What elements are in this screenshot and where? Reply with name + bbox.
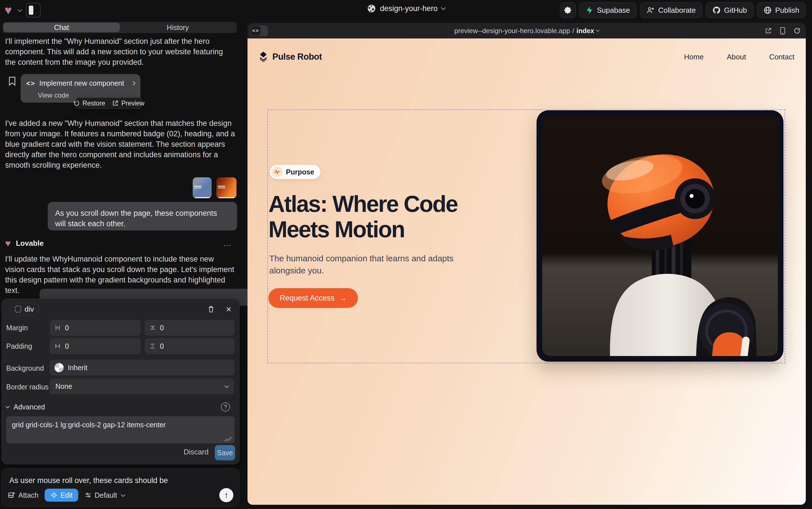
preview-label: Preview <box>121 100 144 107</box>
logo-chevron-icon[interactable] <box>17 7 22 12</box>
preview-button[interactable]: Preview <box>112 100 144 107</box>
publish-globe-icon <box>764 6 772 14</box>
restore-label: Restore <box>82 100 105 107</box>
preview-url[interactable]: preview--design-your-hero.lovable.app / … <box>454 23 599 38</box>
purpose-label: Purpose <box>286 168 314 176</box>
close-icon[interactable]: × <box>226 304 231 315</box>
margin-y-field[interactable] <box>145 320 234 336</box>
chevron-right-icon <box>131 81 136 86</box>
target-icon <box>50 491 58 499</box>
component-card-title: Implement new component <box>39 79 124 88</box>
send-button[interactable]: ↑ <box>219 488 233 502</box>
attachment-thumbnail-blue[interactable] <box>193 177 212 198</box>
border-radius-select[interactable]: None <box>50 378 234 394</box>
save-button[interactable]: Save <box>215 445 235 461</box>
attachment-thumbnail-orange[interactable] <box>216 177 236 198</box>
supabase-button[interactable]: Supabase <box>579 2 636 18</box>
code-icon: <> <box>26 79 35 88</box>
margin-x-field[interactable] <box>50 320 141 336</box>
arrow-right-icon: → <box>339 294 347 303</box>
project-dropdown[interactable]: design-your-hero <box>367 4 445 13</box>
restore-button[interactable]: Restore <box>73 100 105 107</box>
assistant-name: Lovable <box>16 239 43 248</box>
assistant-header: ♥ Lovable … <box>5 238 237 249</box>
cta-label: Request Access <box>280 294 334 303</box>
transparency-swatch-icon <box>54 363 64 372</box>
discard-button[interactable]: Discard <box>184 448 209 456</box>
tab-history[interactable]: History <box>120 23 236 32</box>
mode-dropdown[interactable]: Default <box>84 491 124 499</box>
message-menu-button[interactable]: … <box>223 238 232 248</box>
request-access-button[interactable]: Request Access → <box>268 288 358 308</box>
arrow-up-icon: ↑ <box>224 490 229 500</box>
padding-y-icon <box>149 343 156 349</box>
preview-chrome: <> preview--design-your-hero.lovable.app… <box>248 23 806 38</box>
bookmark-icon[interactable] <box>8 76 16 86</box>
code-view-toggle[interactable]: <> <box>250 26 268 36</box>
mode-label: Default <box>95 491 117 499</box>
sidebar-toggle-button[interactable] <box>26 3 41 18</box>
margin-x-input[interactable] <box>65 324 93 332</box>
publish-button[interactable]: Publish <box>757 2 806 18</box>
help-icon[interactable]: ? <box>221 402 230 411</box>
padding-x-input[interactable] <box>65 342 93 350</box>
external-link-icon <box>112 100 119 107</box>
padding-y-input[interactable] <box>160 342 188 350</box>
edit-mode-button[interactable]: Edit <box>45 489 78 502</box>
chat-composer[interactable]: As user mouse roll over, these cards sho… <box>2 468 239 507</box>
hero-image-card <box>537 110 783 362</box>
robot-image <box>542 116 778 356</box>
nav-home[interactable]: Home <box>684 53 703 61</box>
margin-x-icon <box>54 324 61 331</box>
preview-controls <box>765 23 801 38</box>
lovable-logo-icon[interactable]: ♥ <box>4 3 12 17</box>
nav-about[interactable]: About <box>727 53 746 61</box>
layers-logo-icon <box>258 51 268 63</box>
chevron-down-icon <box>121 492 125 497</box>
globe-icon <box>367 4 376 13</box>
background-value: Inherit <box>68 364 87 372</box>
preview-site: Pulse Robot Home About Contact Purpose <box>248 38 806 505</box>
margin-y-input[interactable] <box>160 324 188 332</box>
hero-title-line2: Meets Motion <box>268 216 457 242</box>
classes-textarea[interactable]: grid grid-cols-1 lg:grid-cols-2 gap-12 i… <box>6 416 234 443</box>
composer-input[interactable]: As user mouse roll over, these cards sho… <box>9 476 168 485</box>
nav-contact[interactable]: Contact <box>769 53 795 61</box>
attach-image-icon <box>8 491 15 499</box>
background-field[interactable]: Inherit <box>50 360 234 376</box>
selection-icon <box>15 306 21 312</box>
collaborate-label: Collaborate <box>658 6 696 15</box>
padding-x-icon <box>54 343 61 349</box>
preview-frame: <> preview--design-your-hero.lovable.app… <box>248 23 806 505</box>
border-radius-label: Border radius <box>6 383 48 391</box>
supabase-label: Supabase <box>597 6 630 15</box>
publish-label: Publish <box>775 6 799 15</box>
open-in-new-icon[interactable] <box>765 27 772 34</box>
top-bar: ♥ design-your-hero Supabase <box>0 0 812 21</box>
padding-x-field[interactable] <box>50 338 141 354</box>
background-label: Background <box>6 364 44 372</box>
thumbnail-text <box>218 186 225 186</box>
advanced-section-toggle[interactable]: Advanced ? <box>6 402 232 411</box>
collaborate-button[interactable]: Collaborate <box>640 2 702 18</box>
settings-button[interactable] <box>560 2 576 18</box>
tab-chat[interactable]: Chat <box>3 23 120 32</box>
github-label: GitHub <box>724 6 747 15</box>
site-nav: Home About Contact <box>684 53 795 61</box>
github-button[interactable]: GitHub <box>706 2 753 18</box>
url-separator: / <box>573 27 575 35</box>
border-radius-value: None <box>56 382 72 391</box>
url-page: index <box>576 27 594 35</box>
thumbnail-text <box>194 186 201 186</box>
supabase-icon <box>586 6 594 14</box>
mobile-view-icon[interactable] <box>779 27 786 35</box>
code-icon: <> <box>251 26 260 36</box>
trash-icon[interactable] <box>207 305 215 313</box>
refresh-icon[interactable] <box>793 27 801 34</box>
padding-y-field[interactable] <box>145 338 234 354</box>
selected-element-chip[interactable]: div <box>10 303 39 315</box>
attach-button[interactable]: Attach <box>8 491 38 499</box>
site-brand[interactable]: Pulse Robot <box>258 51 322 63</box>
attach-label: Attach <box>19 491 38 499</box>
hero-title: Atlas: Where Code Meets Motion <box>268 191 457 242</box>
